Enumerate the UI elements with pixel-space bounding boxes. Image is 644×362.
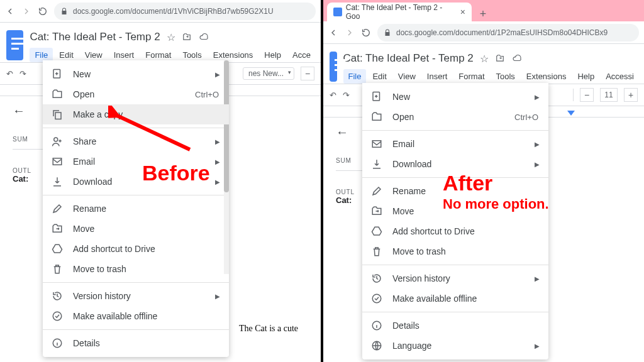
menu-item-open[interactable]: OpenCtrl+O — [43, 84, 229, 104]
docs-logo-icon[interactable] — [6, 30, 23, 60]
menu-item-label: Move to trash — [73, 264, 126, 274]
after-sub-annotation: No more option. — [443, 196, 549, 212]
menu-item-rename[interactable]: Rename — [43, 199, 229, 219]
reload-icon[interactable] — [361, 28, 371, 38]
menu-tools[interactable]: Tools — [491, 69, 520, 84]
move-folder-icon — [371, 206, 382, 217]
submenu-arrow-icon: ▶ — [535, 161, 540, 168]
menu-item-label: Download — [392, 159, 431, 169]
document-body[interactable]: The Cat is a cute — [239, 324, 298, 334]
plus-doc-icon — [371, 91, 382, 102]
font-picker[interactable]: nes New... — [243, 67, 294, 80]
nav-back-icon[interactable] — [5, 6, 15, 16]
menu-item-open[interactable]: OpenCtrl+O — [362, 107, 548, 127]
menu-format[interactable]: Format — [453, 69, 489, 84]
menu-item-label: Move — [73, 224, 94, 234]
menu-extensions[interactable]: Extensions — [521, 69, 572, 84]
address-bar[interactable]: docs.google.com/document/d/1P2maEsUIHSDm… — [377, 24, 639, 41]
menu-item-email[interactable]: Email▶ — [362, 134, 548, 154]
address-bar[interactable]: docs.google.com/document/d/1VhViCBijRhBd… — [54, 3, 316, 20]
menu-item-new[interactable]: New▶ — [43, 64, 229, 84]
outline-label: OUTL — [13, 167, 47, 174]
star-icon[interactable]: ☆ — [480, 53, 489, 65]
docs-logo-icon[interactable] — [330, 52, 337, 82]
person-plus-icon — [52, 136, 63, 147]
menu-item-language[interactable]: Language▶ — [362, 336, 548, 356]
menu-help[interactable]: Help — [259, 48, 286, 62]
menu-insert[interactable]: Insert — [422, 69, 453, 84]
font-size-value[interactable]: 11 — [600, 88, 618, 102]
submenu-arrow-icon: ▶ — [535, 94, 540, 101]
menu-item-details[interactable]: Details — [362, 315, 548, 336]
menu-item-label: Details — [73, 338, 100, 348]
undo-icon[interactable]: ↶ — [6, 69, 13, 79]
submenu-arrow-icon: ▶ — [535, 141, 540, 148]
drive-shortcut-icon — [52, 243, 63, 255]
menu-item-move-to-trash[interactable]: Move to trash — [43, 259, 229, 279]
font-size-plus[interactable]: + — [624, 88, 638, 102]
font-size-minus[interactable]: − — [301, 67, 314, 80]
menu-item-version-history[interactable]: Version history▶ — [43, 286, 229, 306]
menu-item-new[interactable]: New▶ — [362, 87, 548, 107]
submenu-arrow-icon: ▶ — [535, 275, 540, 282]
menu-accessibility[interactable]: Acce — [287, 48, 316, 62]
document-title[interactable]: Cat: The Ideal Pet - Temp 2 — [343, 52, 474, 65]
menu-item-make-available-offline[interactable]: Make available offline — [362, 288, 548, 309]
menu-item-label: Make available offline — [392, 293, 477, 304]
browser-tab[interactable]: Cat: The Ideal Pet - Temp 2 - Goo × — [327, 3, 472, 21]
menu-item-label: Move — [392, 206, 414, 216]
docs-header: Cat: The Ideal Pet - Temp 2 ☆ File Edit … — [0, 23, 321, 62]
new-tab-button[interactable]: + — [475, 6, 491, 21]
back-arrow-icon[interactable]: ← — [13, 104, 47, 118]
undo-icon[interactable]: ↶ — [330, 90, 336, 100]
nav-back-icon[interactable] — [328, 28, 338, 38]
menu-item-label: Open — [73, 89, 94, 99]
menu-view[interactable]: View — [393, 69, 421, 84]
svg-rect-7 — [372, 141, 381, 148]
cloud-status-icon[interactable] — [511, 54, 523, 63]
close-tab-icon[interactable]: × — [460, 7, 465, 17]
move-icon[interactable] — [182, 33, 192, 41]
menu-item-move-to-trash[interactable]: Move to trash — [362, 241, 548, 261]
menu-item-label: New — [392, 92, 410, 102]
lock-icon — [384, 29, 391, 36]
font-size-minus[interactable]: − — [580, 88, 594, 102]
menu-item-move[interactable]: Move — [43, 219, 229, 239]
cloud-status-icon[interactable] — [198, 33, 209, 41]
move-icon[interactable] — [495, 54, 505, 63]
menu-separator — [362, 265, 548, 265]
nav-forward-icon[interactable] — [21, 6, 31, 16]
tab-title: Cat: The Ideal Pet - Temp 2 - Goo — [346, 3, 457, 21]
menu-help[interactable]: Help — [572, 69, 599, 84]
trash-icon — [52, 263, 63, 275]
menu-accessibility[interactable]: Accessi — [601, 69, 639, 84]
document-title[interactable]: Cat: The Ideal Pet - Temp 2 — [30, 31, 160, 43]
browser-bar: docs.google.com/document/d/1P2maEsUIHSDm… — [323, 21, 644, 44]
reload-icon[interactable] — [38, 6, 48, 16]
redo-icon[interactable]: ↷ — [343, 90, 350, 100]
menu-item-label: Share — [73, 136, 96, 146]
nav-forward-icon[interactable] — [345, 28, 355, 38]
file-menu-after: New▶OpenCtrl+OEmail▶Download▶RenameMoveA… — [362, 83, 548, 359]
mail-icon — [52, 156, 63, 167]
redo-icon[interactable]: ↷ — [19, 69, 26, 79]
menu-item-details[interactable]: Details — [43, 333, 229, 353]
outline-heading[interactable]: Cat: — [13, 174, 47, 184]
menu-item-add-shortcut-to-drive[interactable]: Add shortcut to Drive — [43, 239, 229, 259]
menu-edit[interactable]: Edit — [367, 69, 391, 84]
submenu-arrow-icon: ▶ — [535, 343, 540, 349]
menubar: File Edit View Insert Format Tools Exten… — [343, 69, 640, 84]
menu-item-add-shortcut-to-drive[interactable]: Add shortcut to Drive — [362, 221, 548, 241]
ruler-marker-icon[interactable] — [567, 111, 575, 116]
menu-item-label: Add shortcut to Drive — [392, 226, 475, 236]
menu-item-label: Make available offline — [73, 311, 157, 321]
menu-item-label: Email — [392, 139, 414, 149]
offline-icon — [371, 293, 382, 304]
menu-item-version-history[interactable]: Version history▶ — [362, 268, 548, 288]
menu-item-make-available-offline[interactable]: Make available offline — [43, 306, 229, 326]
svg-line-11 — [114, 114, 190, 150]
submenu-arrow-icon: ▶ — [215, 178, 220, 185]
star-icon[interactable]: ☆ — [167, 31, 175, 43]
copy-icon — [52, 109, 63, 120]
menu-item-label: New — [73, 69, 91, 79]
